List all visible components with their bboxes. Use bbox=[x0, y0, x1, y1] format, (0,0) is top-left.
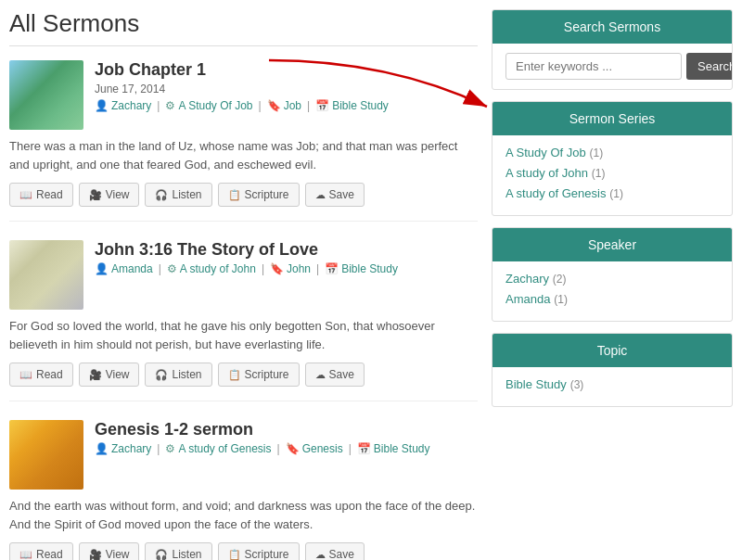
tag-meta: 🔖 Job bbox=[267, 99, 301, 112]
search-button[interactable]: Search bbox=[686, 53, 733, 80]
series-widget-title: Sermon Series bbox=[493, 102, 732, 135]
series-count: (1) bbox=[590, 146, 604, 159]
series-widget: Sermon Series A Study Of Job (1)A study … bbox=[492, 101, 733, 216]
topic-list-item: Bible Study (3) bbox=[505, 376, 719, 391]
series-list-item: A Study Of Job (1) bbox=[505, 145, 719, 159]
sermon-item: John 3:16 The Story of Love 👤 Amanda | ⚙… bbox=[9, 240, 478, 401]
category-meta: 📅 Bible Study bbox=[315, 99, 389, 112]
action-view-button[interactable]: 🎥View bbox=[79, 363, 140, 387]
action-listen-button[interactable]: 🎧Listen bbox=[145, 542, 211, 560]
tag-link[interactable]: John bbox=[287, 262, 311, 275]
series-list-item: A study of John (1) bbox=[505, 165, 719, 180]
category-meta: 📅 Bible Study bbox=[357, 442, 430, 455]
speaker-meta: 👤 Zachary bbox=[95, 99, 151, 112]
speaker-widget: Speaker Zachary (2)Amanda (1) bbox=[492, 227, 733, 322]
sermon-title: Genesis 1-2 sermon bbox=[95, 420, 478, 439]
speaker-link[interactable]: Zachary bbox=[111, 99, 151, 112]
series-link[interactable]: A Study Of Job bbox=[178, 99, 252, 112]
sermon-actions: 📖Read🎥View🎧Listen📋Scripture☁Save bbox=[9, 183, 478, 207]
action-read-button[interactable]: 📖Read bbox=[9, 363, 73, 387]
speaker-link[interactable]: Zachary bbox=[111, 442, 151, 455]
sermon-thumbnail bbox=[9, 240, 83, 310]
search-widget-title: Search Sermons bbox=[493, 10, 732, 44]
category-link[interactable]: Bible Study bbox=[374, 442, 430, 455]
action-read-button[interactable]: 📖Read bbox=[9, 542, 73, 560]
page-title: All Sermons bbox=[9, 9, 478, 46]
series-link[interactable]: A study of John bbox=[180, 262, 256, 275]
series-link[interactable]: A study of Genesis bbox=[178, 442, 271, 455]
topic-widget: Topic Bible Study (3) bbox=[492, 333, 733, 407]
sermon-thumbnail bbox=[9, 60, 83, 130]
series-list-item: A study of Genesis (1) bbox=[505, 185, 719, 200]
series-count: (1) bbox=[609, 187, 623, 200]
topic-count: (3) bbox=[570, 378, 584, 391]
sermon-excerpt: And the earth was without form, and void… bbox=[9, 497, 478, 533]
category-link[interactable]: Bible Study bbox=[332, 99, 389, 112]
sermon-meta: 👤 Zachary | ⚙ A Study Of Job | 🔖 Job | 📅… bbox=[95, 99, 478, 112]
action-scripture-button[interactable]: 📋Scripture bbox=[218, 183, 300, 207]
speaker-sidebar-link[interactable]: Zachary bbox=[505, 272, 549, 286]
action-read-button[interactable]: 📖Read bbox=[9, 183, 73, 207]
sermon-actions: 📖Read🎥View🎧Listen📋Scripture☁Save bbox=[9, 363, 478, 387]
tag-link[interactable]: Genesis bbox=[302, 442, 343, 455]
sermon-title: John 3:16 The Story of Love bbox=[95, 240, 478, 260]
topic-sidebar-link[interactable]: Bible Study bbox=[505, 377, 567, 391]
category-link[interactable]: Bible Study bbox=[341, 262, 398, 275]
action-scripture-button[interactable]: 📋Scripture bbox=[218, 363, 300, 387]
sermon-excerpt: For God so loved the world, that he gave… bbox=[9, 317, 478, 353]
action-scripture-button[interactable]: 📋Scripture bbox=[218, 542, 300, 560]
action-save-button[interactable]: ☁Save bbox=[305, 183, 365, 207]
speaker-count: (1) bbox=[554, 293, 568, 306]
series-count: (1) bbox=[592, 167, 606, 180]
speaker-count: (2) bbox=[553, 273, 567, 286]
search-input[interactable] bbox=[505, 53, 682, 80]
action-view-button[interactable]: 🎥View bbox=[79, 183, 140, 207]
series-meta: ⚙ A Study Of Job bbox=[165, 99, 252, 112]
search-widget: Search Sermons Search bbox=[492, 9, 733, 90]
sermon-item: Job Chapter 1 June 17, 2014 👤 Zachary | … bbox=[9, 60, 478, 222]
series-sidebar-link[interactable]: A Study Of Job bbox=[505, 146, 586, 159]
tag-link[interactable]: Job bbox=[284, 99, 301, 112]
speaker-sidebar-link[interactable]: Amanda bbox=[505, 292, 550, 306]
series-sidebar-link[interactable]: A study of John bbox=[505, 166, 588, 180]
speaker-meta: 👤 Zachary bbox=[95, 442, 151, 455]
action-listen-button[interactable]: 🎧Listen bbox=[145, 183, 211, 207]
speaker-list-item: Amanda (1) bbox=[505, 291, 719, 306]
speaker-widget-title: Speaker bbox=[493, 228, 732, 261]
speaker-meta: 👤 Amanda bbox=[95, 262, 153, 275]
action-listen-button[interactable]: 🎧Listen bbox=[145, 363, 211, 387]
action-save-button[interactable]: ☁Save bbox=[305, 363, 365, 387]
speaker-link[interactable]: Amanda bbox=[111, 262, 153, 275]
speaker-list-item: Zachary (2) bbox=[505, 271, 719, 286]
series-sidebar-link[interactable]: A study of Genesis bbox=[505, 186, 606, 200]
sermon-meta: 👤 Amanda | ⚙ A study of John | 🔖 John | … bbox=[95, 262, 478, 275]
sermon-title: Job Chapter 1 bbox=[95, 60, 478, 80]
sermon-thumbnail bbox=[9, 420, 83, 490]
series-meta: ⚙ A study of Genesis bbox=[165, 442, 271, 455]
tag-meta: 🔖 John bbox=[270, 262, 311, 275]
topic-widget-title: Topic bbox=[493, 334, 732, 367]
tag-meta: 🔖 Genesis bbox=[286, 442, 343, 455]
action-save-button[interactable]: ☁Save bbox=[305, 542, 365, 560]
category-meta: 📅 Bible Study bbox=[325, 262, 398, 275]
sermon-excerpt: There was a man in the land of Uz, whose… bbox=[9, 137, 478, 173]
sermon-actions: 📖Read🎥View🎧Listen📋Scripture☁Save bbox=[9, 542, 478, 560]
action-view-button[interactable]: 🎥View bbox=[79, 542, 140, 560]
series-meta: ⚙ A study of John bbox=[167, 262, 256, 275]
sermon-item: Genesis 1-2 sermon 👤 Zachary | ⚙ A study… bbox=[9, 420, 478, 560]
sermon-meta: 👤 Zachary | ⚙ A study of Genesis | 🔖 Gen… bbox=[95, 442, 478, 455]
sermon-date: June 17, 2014 bbox=[95, 83, 478, 95]
